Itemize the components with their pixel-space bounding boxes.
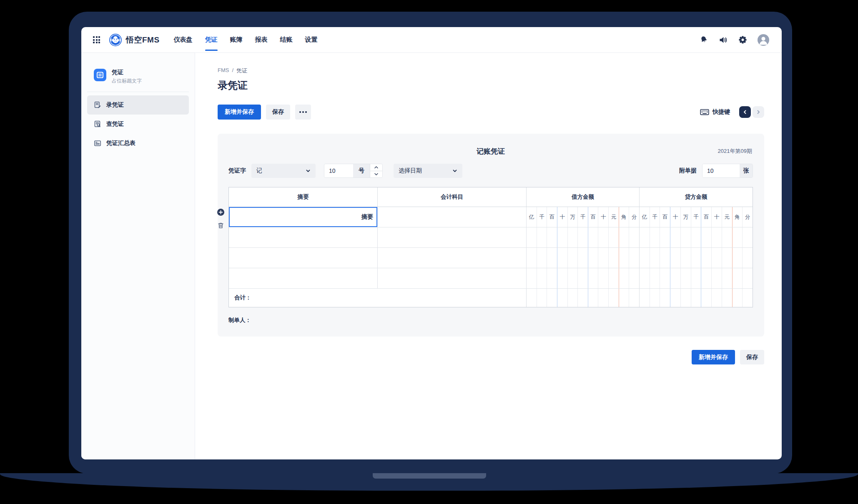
amount-digit-cell[interactable] (527, 268, 537, 288)
amount-digit-cell[interactable] (527, 289, 537, 307)
apps-grid-icon[interactable] (93, 36, 100, 43)
nav-item-reports[interactable]: 报表 (255, 27, 268, 52)
amount-digit-cell[interactable] (650, 227, 660, 247)
amount-digit-cell[interactable] (629, 227, 639, 247)
amount-digit-cell[interactable] (598, 248, 609, 268)
date-select[interactable]: 选择日期 (394, 164, 462, 178)
amount-digit-cell[interactable] (557, 248, 568, 268)
amount-digit-cell[interactable] (670, 227, 681, 247)
add-and-save-button[interactable]: 新增并保存 (218, 105, 261, 120)
amount-digit-cell[interactable] (701, 289, 712, 307)
amount-digit-cell[interactable] (557, 289, 568, 307)
nav-item-books[interactable]: 账簿 (230, 27, 243, 52)
amount-digit-cell[interactable] (660, 289, 670, 307)
prev-voucher-button[interactable] (739, 106, 751, 118)
amount-digit-cell[interactable] (681, 227, 691, 247)
amount-digit-cell[interactable] (609, 227, 619, 247)
amount-digit-cell[interactable] (743, 289, 753, 307)
amount-digit-cell[interactable] (722, 227, 733, 247)
amount-digit-cell[interactable] (640, 227, 650, 247)
amount-digit-cell[interactable] (578, 289, 588, 307)
amount-digit-cell[interactable] (722, 268, 733, 288)
amount-digit-cell[interactable] (598, 227, 609, 247)
footer-save-button[interactable]: 保存 (740, 350, 764, 364)
amount-digit-cell[interactable] (733, 268, 743, 288)
amount-digit-cell[interactable] (568, 289, 578, 307)
amount-digit-cell[interactable] (629, 248, 639, 268)
nav-item-closing[interactable]: 结账 (280, 27, 293, 52)
amount-digit-cell[interactable] (650, 289, 660, 307)
stepper-down-icon[interactable] (370, 171, 382, 178)
amount-digit-cell[interactable] (660, 248, 670, 268)
voucher-number-input[interactable]: 10 (324, 164, 353, 177)
amount-digit-cell[interactable] (537, 248, 547, 268)
amount-digit-cell[interactable] (712, 289, 722, 307)
next-voucher-button[interactable] (753, 106, 764, 118)
summary-cell[interactable] (229, 268, 378, 288)
shortcut-keys-button[interactable]: 快捷键 (700, 107, 730, 117)
amount-digit-cell[interactable] (547, 227, 557, 247)
amount-digit-cell[interactable] (619, 227, 630, 247)
amount-digit-cell[interactable] (578, 268, 588, 288)
amount-digit-cell[interactable] (588, 289, 599, 307)
amount-digit-cell[interactable] (547, 289, 557, 307)
amount-digit-cell[interactable] (537, 268, 547, 288)
amount-digit-cell[interactable] (691, 248, 702, 268)
user-avatar[interactable] (758, 34, 769, 46)
amount-digit-cell[interactable] (722, 248, 733, 268)
amount-digit-cell[interactable] (701, 227, 712, 247)
amount-digit-cell[interactable] (681, 248, 691, 268)
amount-digit-cell[interactable] (691, 227, 702, 247)
delete-row-icon[interactable] (218, 222, 224, 229)
amount-digit-cell[interactable] (547, 248, 557, 268)
subject-cell[interactable] (378, 207, 527, 227)
amount-digit-cell[interactable] (588, 268, 599, 288)
amount-digit-cell[interactable] (557, 268, 568, 288)
amount-digit-cell[interactable] (743, 248, 753, 268)
volume-icon[interactable] (719, 36, 728, 44)
amount-digit-cell[interactable] (733, 289, 743, 307)
amount-digit-cell[interactable] (701, 268, 712, 288)
amount-digit-cell[interactable] (670, 289, 681, 307)
amount-digit-cell[interactable] (609, 268, 619, 288)
save-button[interactable]: 保存 (266, 105, 290, 120)
nav-item-voucher[interactable]: 凭证 (205, 27, 218, 52)
amount-digit-cell[interactable] (537, 227, 547, 247)
amount-digit-cell[interactable] (670, 248, 681, 268)
brand[interactable]: 悟空FMS (109, 34, 160, 46)
nav-item-dashboard[interactable]: 仪表盘 (174, 27, 193, 52)
settings-gear-icon[interactable] (738, 35, 747, 44)
amount-digit-cell[interactable] (578, 248, 588, 268)
amount-digit-cell[interactable] (619, 268, 630, 288)
amount-digit-cell[interactable] (537, 289, 547, 307)
amount-digit-cell[interactable] (557, 227, 568, 247)
summary-cell[interactable] (229, 248, 378, 268)
amount-digit-cell[interactable] (712, 268, 722, 288)
amount-digit-cell[interactable] (701, 248, 712, 268)
amount-digit-cell[interactable] (670, 268, 681, 288)
amount-digit-cell[interactable] (743, 227, 753, 247)
amount-digit-cell[interactable] (743, 268, 753, 288)
amount-digit-cell[interactable] (588, 227, 599, 247)
sidebar-item-voucher-summary[interactable]: 凭证汇总表 (87, 134, 189, 153)
summary-input-cell[interactable]: 摘要 (229, 207, 378, 227)
voucher-word-select[interactable]: 记 (251, 164, 316, 178)
amount-digit-cell[interactable] (660, 268, 670, 288)
amount-digit-cell[interactable] (650, 268, 660, 288)
amount-digit-cell[interactable] (629, 268, 639, 288)
stepper-up-icon[interactable] (370, 164, 382, 171)
notification-bell-icon[interactable] (700, 35, 708, 44)
amount-digit-cell[interactable] (629, 289, 639, 307)
footer-add-and-save-button[interactable]: 新增并保存 (692, 350, 735, 364)
amount-digit-cell[interactable] (640, 248, 650, 268)
subject-cell[interactable] (378, 248, 527, 268)
amount-digit-cell[interactable] (568, 248, 578, 268)
amount-digit-cell[interactable] (609, 289, 619, 307)
amount-digit-cell[interactable] (547, 268, 557, 288)
amount-digit-cell[interactable] (598, 289, 609, 307)
subject-cell[interactable] (378, 227, 527, 247)
amount-digit-cell[interactable] (619, 289, 630, 307)
amount-digit-cell[interactable] (733, 227, 743, 247)
amount-digit-cell[interactable] (527, 248, 537, 268)
subject-cell[interactable] (378, 268, 527, 288)
